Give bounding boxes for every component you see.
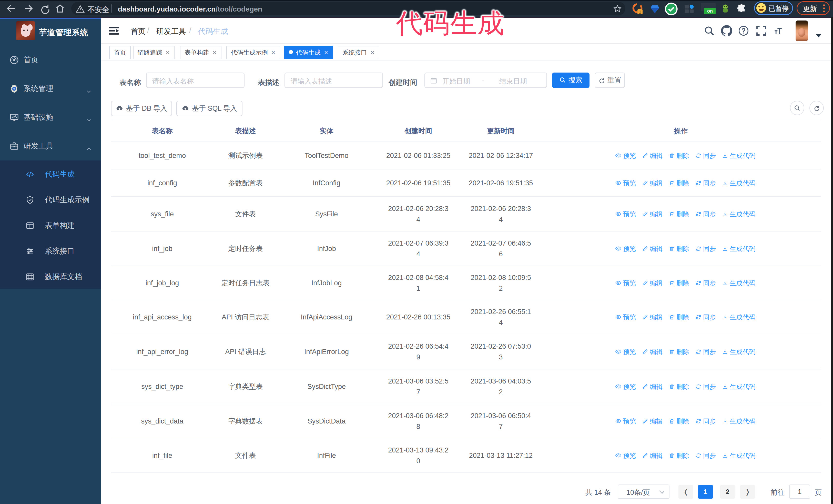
svg-text:1: 1 xyxy=(639,10,641,14)
